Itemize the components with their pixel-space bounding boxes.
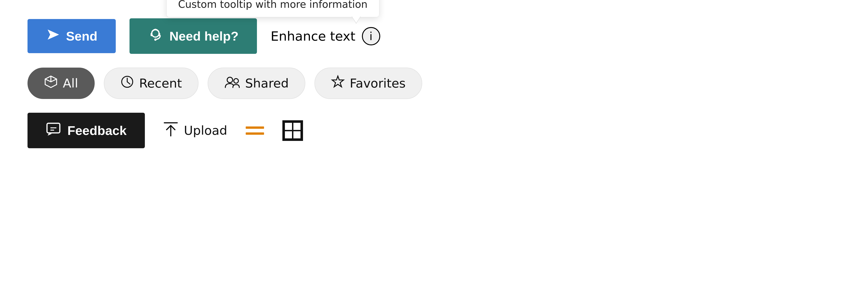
svg-rect-2 bbox=[151, 33, 152, 36]
star-icon bbox=[331, 75, 345, 92]
svg-marker-0 bbox=[48, 30, 58, 39]
send-button-label: Send bbox=[66, 29, 97, 43]
send-button[interactable]: Send bbox=[28, 19, 116, 53]
need-help-button[interactable]: Need help? bbox=[129, 18, 257, 54]
action-buttons-row: Send Need help? Enhance text i Cus bbox=[28, 18, 840, 54]
svg-point-4 bbox=[154, 38, 157, 41]
tooltip: Custom tooltip with more information bbox=[166, 0, 379, 17]
pill-favorites[interactable]: Favorites bbox=[314, 68, 422, 99]
info-button[interactable]: i Custom tooltip with more information bbox=[362, 27, 380, 45]
shared-icon bbox=[224, 75, 240, 92]
filter-pills-row: All Recent Shared bbox=[28, 68, 840, 99]
pill-favorites-label: Favorites bbox=[350, 76, 406, 91]
clock-icon bbox=[120, 75, 134, 92]
headset-icon bbox=[148, 27, 163, 45]
svg-point-10 bbox=[234, 79, 238, 83]
grid-cell-4 bbox=[293, 131, 301, 139]
feedback-button[interactable]: Feedback bbox=[28, 113, 145, 148]
pill-all[interactable]: All bbox=[28, 68, 95, 99]
enhance-text-label: Enhance text bbox=[271, 29, 355, 43]
svg-line-8 bbox=[127, 82, 130, 84]
grid-view-button[interactable] bbox=[282, 120, 303, 141]
svg-point-9 bbox=[227, 77, 232, 83]
pill-shared[interactable]: Shared bbox=[208, 68, 305, 99]
upload-label: Upload bbox=[184, 123, 227, 138]
info-icon: i bbox=[370, 30, 372, 42]
grid-cell-3 bbox=[284, 131, 293, 139]
pill-shared-label: Shared bbox=[245, 76, 289, 91]
enhance-text-group: Enhance text i Custom tooltip with more … bbox=[271, 27, 380, 45]
grid-cell-1 bbox=[284, 122, 293, 131]
upload-icon bbox=[163, 121, 178, 140]
svg-marker-11 bbox=[332, 76, 344, 87]
pill-recent-label: Recent bbox=[139, 76, 182, 91]
grid-cell-2 bbox=[293, 122, 301, 131]
feedback-button-label: Feedback bbox=[67, 123, 126, 138]
list-view-button[interactable] bbox=[246, 126, 264, 135]
list-line-1 bbox=[246, 126, 264, 129]
pill-all-label: All bbox=[63, 76, 78, 91]
bottom-actions-row: Feedback Upload bbox=[28, 113, 840, 148]
upload-button[interactable]: Upload bbox=[163, 121, 227, 140]
cube-icon bbox=[44, 75, 58, 92]
need-help-button-label: Need help? bbox=[169, 29, 239, 43]
send-icon bbox=[46, 28, 60, 44]
pill-recent[interactable]: Recent bbox=[104, 68, 198, 99]
feedback-icon bbox=[46, 121, 61, 140]
list-line-2 bbox=[246, 132, 264, 135]
